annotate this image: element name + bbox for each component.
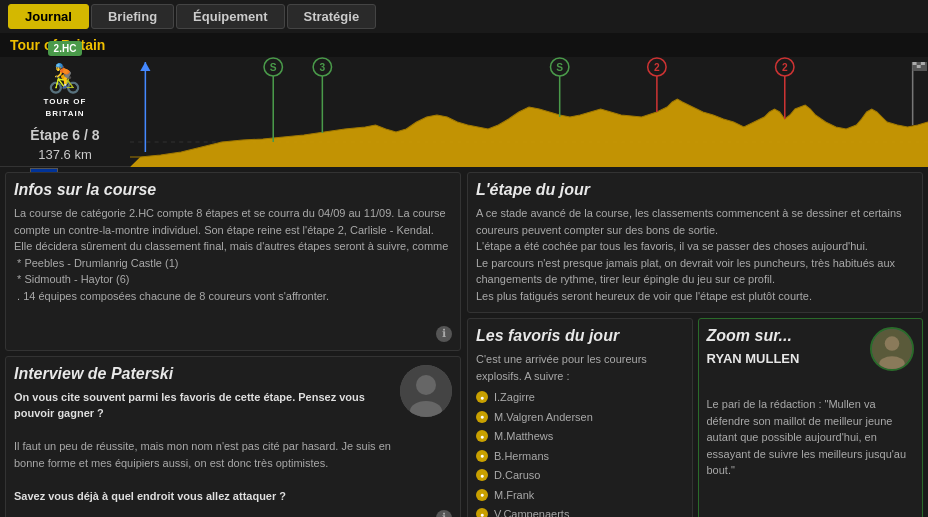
interview-question2: Savez vous déjà à quel endroit vous alle…	[14, 488, 392, 505]
left-column: Infos sur la course La course de catégor…	[5, 172, 461, 517]
top-navigation: Journal Briefing Équipement Stratégie	[0, 0, 928, 33]
elevation-profile: S 3 S 2 2	[130, 57, 928, 166]
svg-rect-22	[913, 62, 917, 65]
interview-content: On vous cite souvent parmi les favoris d…	[14, 389, 452, 505]
tab-briefing[interactable]: Briefing	[91, 4, 174, 29]
interview-question1: On vous cite souvent parmi les favoris d…	[14, 389, 392, 422]
interview-box: Interview de Paterski On vous cite souve…	[5, 356, 461, 517]
category-badge: 2.HC	[48, 41, 83, 56]
list-item: ● M.Frank	[476, 487, 684, 504]
svg-point-29	[416, 375, 436, 395]
svg-point-33	[879, 356, 904, 371]
svg-rect-24	[921, 62, 925, 65]
rider-icon: ●	[476, 411, 488, 423]
right-column: L'étape du jour A ce stade avancé de la …	[467, 172, 923, 517]
interview-title: Interview de Paterski	[14, 365, 452, 383]
svg-rect-23	[917, 62, 921, 65]
race-title: Tour of Britain	[0, 33, 928, 57]
rider-name: M.Frank	[494, 487, 534, 504]
svg-rect-27	[921, 65, 925, 68]
rider-name: M.Matthews	[494, 428, 553, 445]
svg-text:3: 3	[319, 62, 325, 73]
bottom-right-row: Les favoris du jour C'est une arrivée po…	[467, 318, 923, 517]
main-content: Infos sur la course La course de catégor…	[0, 167, 928, 517]
bike-icon: 🚴	[47, 62, 82, 95]
tour-logo: 🚴 TOUR OF BRITAIN	[44, 62, 87, 118]
favoris-intro: C'est une arrivée pour les coureurs expl…	[476, 351, 684, 384]
stage-info-panel: 2.HC 🚴 TOUR OF BRITAIN Étape 6 / 8 137.6…	[0, 57, 130, 166]
rider-name: D.Caruso	[494, 467, 540, 484]
favoris-title: Les favoris du jour	[476, 327, 684, 345]
infos-course-title: Infos sur la course	[14, 181, 452, 199]
interview-info-icon[interactable]: ℹ	[436, 510, 452, 518]
infos-course-info-icon[interactable]: ℹ	[436, 326, 452, 342]
zoom-portrait	[870, 327, 914, 371]
stage-number: Étape 6 / 8	[30, 127, 99, 143]
svg-text:2: 2	[782, 62, 788, 73]
rider-icon: ●	[476, 469, 488, 481]
zoom-text: Le pari de la rédaction : "Mullen va déf…	[707, 396, 915, 479]
tab-strategie[interactable]: Stratégie	[287, 4, 377, 29]
rider-icon: ●	[476, 508, 488, 517]
stage-distance: 137.6 km	[30, 147, 99, 162]
tab-equipement[interactable]: Équipement	[176, 4, 284, 29]
rider-icon: ●	[476, 450, 488, 462]
interview-portrait	[400, 365, 452, 417]
profile-chart-area: 2.HC 🚴 TOUR OF BRITAIN Étape 6 / 8 137.6…	[0, 57, 928, 167]
etape-jour-text: A ce stade avancé de la course, les clas…	[476, 205, 914, 304]
rider-icon: ●	[476, 430, 488, 442]
tab-journal[interactable]: Journal	[8, 4, 89, 29]
tour-logo-text: TOUR OF	[44, 97, 87, 107]
svg-rect-25	[913, 65, 917, 68]
svg-text:S: S	[556, 62, 563, 73]
infos-course-box: Infos sur la course La course de catégor…	[5, 172, 461, 351]
rider-name: V.Campenaerts	[494, 506, 569, 517]
favoris-list: ● I.Zagirre ● M.Valgren Andersen ● M.Mat…	[476, 389, 684, 517]
svg-rect-26	[917, 65, 921, 68]
svg-text:2: 2	[654, 62, 660, 73]
etape-jour-title: L'étape du jour	[476, 181, 914, 199]
rider-name: I.Zagirre	[494, 389, 535, 406]
zoom-box: Zoom sur... RYAN MULLEN Le pari de la ré…	[698, 318, 924, 517]
rider-icon: ●	[476, 391, 488, 403]
rider-name: B.Hermans	[494, 448, 549, 465]
etape-jour-box: L'étape du jour A ce stade avancé de la …	[467, 172, 923, 313]
list-item: ● D.Caruso	[476, 467, 684, 484]
svg-point-32	[885, 336, 900, 351]
list-item: ● V.Campenaerts	[476, 506, 684, 517]
list-item: ● B.Hermans	[476, 448, 684, 465]
rider-name: M.Valgren Andersen	[494, 409, 593, 426]
interview-answer1: Il faut un peu de réussite, mais mon nom…	[14, 438, 392, 471]
list-item: ● M.Valgren Andersen	[476, 409, 684, 426]
list-item: ● M.Matthews	[476, 428, 684, 445]
svg-text:S: S	[270, 62, 277, 73]
tour-logo-text2: BRITAIN	[46, 109, 85, 119]
infos-course-text: La course de catégorie 2.HC compte 8 éta…	[14, 205, 452, 304]
list-item: ● I.Zagirre	[476, 389, 684, 406]
favoris-box: Les favoris du jour C'est une arrivée po…	[467, 318, 693, 517]
profile-svg: S 3 S 2 2	[130, 57, 928, 167]
rider-icon: ●	[476, 489, 488, 501]
